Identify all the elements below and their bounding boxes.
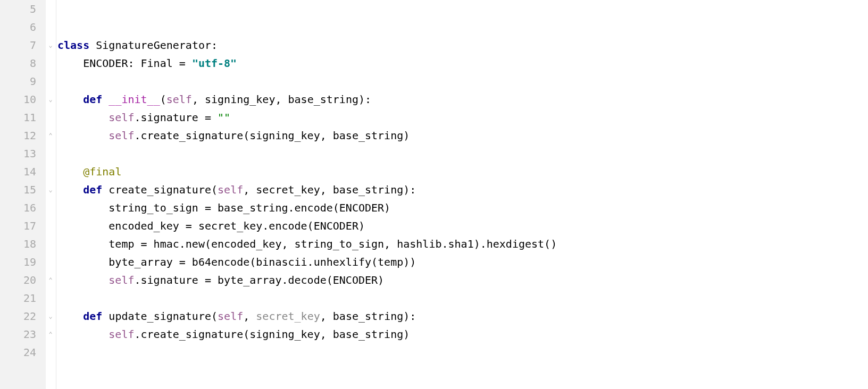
token-plain bbox=[57, 111, 108, 124]
line-number: 18 bbox=[0, 235, 36, 253]
token-plain bbox=[57, 328, 108, 341]
token-plain: temp = hmac.new(encoded_key, string_to_s… bbox=[57, 238, 557, 250]
code-line[interactable]: self.create_signature(signing_key, base_… bbox=[57, 325, 868, 343]
code-line[interactable]: self.create_signature(signing_key, base_… bbox=[57, 126, 868, 145]
token-plain: ( bbox=[160, 93, 166, 106]
fold-open-icon[interactable]: ⌄ bbox=[47, 312, 54, 320]
code-line[interactable]: ENCODER: Final = "utf-8" bbox=[57, 54, 868, 72]
token-string: "utf-8" bbox=[192, 57, 237, 70]
line-number: 17 bbox=[0, 217, 36, 235]
line-number: 21 bbox=[0, 289, 36, 307]
token-plain bbox=[57, 310, 83, 323]
token-plain: , secret_key, base_string): bbox=[243, 183, 416, 196]
token-kw: def bbox=[83, 310, 102, 323]
token-plain: byte_array = b64encode(binascii.unhexlif… bbox=[57, 256, 416, 268]
code-line[interactable]: def update_signature(self, secret_key, b… bbox=[57, 307, 868, 325]
token-kw: def bbox=[83, 93, 102, 106]
token-plain: , bbox=[243, 310, 256, 323]
line-number: 22 bbox=[0, 307, 36, 325]
line-number: 7 bbox=[0, 36, 36, 54]
token-plain: string_to_sign = base_string.encode(ENCO… bbox=[57, 201, 390, 214]
token-plain bbox=[57, 183, 83, 196]
code-line[interactable] bbox=[57, 145, 868, 163]
token-plain bbox=[102, 93, 108, 106]
code-line[interactable]: class SignatureGenerator: bbox=[57, 36, 868, 54]
fold-open-icon[interactable]: ⌄ bbox=[47, 96, 54, 103]
token-plain: update_signature( bbox=[102, 310, 218, 323]
fold-close-icon[interactable]: ⌃ bbox=[47, 276, 54, 284]
line-number-gutter: 56789101112131415161718192021222324 bbox=[0, 0, 46, 389]
token-plain bbox=[57, 274, 108, 286]
fold-open-icon[interactable]: ⌄ bbox=[47, 186, 54, 193]
code-line[interactable] bbox=[57, 289, 868, 307]
fold-column: ⌄⌄⌃⌄⌃⌄⌃ bbox=[46, 0, 56, 389]
code-line[interactable] bbox=[57, 0, 868, 18]
code-line[interactable]: encoded_key = secret_key.encode(ENCODER) bbox=[57, 217, 868, 235]
token-plain: encoded_key = secret_key.encode(ENCODER) bbox=[57, 219, 365, 232]
token-plain: , signing_key, base_string): bbox=[192, 93, 371, 106]
line-number: 8 bbox=[0, 54, 36, 72]
token-plain: .create_signature(signing_key, base_stri… bbox=[135, 129, 410, 142]
line-number: 13 bbox=[0, 145, 36, 163]
fold-close-icon[interactable]: ⌃ bbox=[47, 331, 54, 338]
token-plain: .signature = bbox=[135, 111, 218, 124]
token-self: self bbox=[218, 183, 243, 196]
token-self: self bbox=[108, 111, 134, 124]
line-number: 15 bbox=[0, 181, 36, 199]
code-line[interactable] bbox=[57, 18, 868, 36]
line-number: 10 bbox=[0, 90, 36, 108]
line-number: 6 bbox=[0, 18, 36, 36]
line-number: 23 bbox=[0, 325, 36, 343]
token-fn-dunder: __init__ bbox=[108, 93, 160, 106]
token-plain: SignatureGenerator: bbox=[89, 39, 218, 52]
line-number: 12 bbox=[0, 126, 36, 145]
code-line[interactable]: @final bbox=[57, 163, 868, 181]
token-plain bbox=[57, 93, 83, 106]
token-string-plain: "" bbox=[218, 111, 230, 124]
token-self: self bbox=[166, 93, 192, 106]
line-number: 11 bbox=[0, 108, 36, 126]
token-self: self bbox=[108, 274, 134, 286]
token-self: self bbox=[108, 129, 134, 142]
line-number: 16 bbox=[0, 199, 36, 217]
token-plain: ENCODER: Final = bbox=[57, 57, 192, 70]
token-kw: def bbox=[83, 183, 102, 196]
code-line[interactable] bbox=[57, 343, 868, 361]
fold-open-icon[interactable]: ⌄ bbox=[47, 41, 54, 49]
line-number: 24 bbox=[0, 343, 36, 361]
token-kw: class bbox=[57, 39, 89, 52]
code-line[interactable]: string_to_sign = base_string.encode(ENCO… bbox=[57, 199, 868, 217]
token-self: self bbox=[218, 310, 243, 323]
token-plain: create_signature( bbox=[102, 183, 218, 196]
token-plain bbox=[57, 129, 108, 142]
line-number: 14 bbox=[0, 163, 36, 181]
token-self: self bbox=[108, 328, 134, 341]
token-plain: .create_signature(signing_key, base_stri… bbox=[135, 328, 410, 341]
token-param-dim: secret_key bbox=[256, 310, 320, 323]
token-plain bbox=[57, 165, 83, 178]
code-line[interactable]: self.signature = "" bbox=[57, 108, 868, 126]
code-line[interactable]: def create_signature(self, secret_key, b… bbox=[57, 181, 868, 199]
code-line[interactable]: byte_array = b64encode(binascii.unhexlif… bbox=[57, 253, 868, 271]
fold-close-icon[interactable]: ⌃ bbox=[47, 132, 54, 139]
code-line[interactable]: temp = hmac.new(encoded_key, string_to_s… bbox=[57, 235, 868, 253]
code-line[interactable] bbox=[57, 72, 868, 90]
token-plain: , base_string): bbox=[320, 310, 416, 323]
token-plain: .signature = byte_array.decode(ENCODER) bbox=[135, 274, 385, 286]
line-number: 19 bbox=[0, 253, 36, 271]
line-number: 9 bbox=[0, 72, 36, 90]
code-line[interactable]: self.signature = byte_array.decode(ENCOD… bbox=[57, 271, 868, 289]
token-decorator: @final bbox=[83, 165, 121, 178]
code-line[interactable]: def __init__(self, signing_key, base_str… bbox=[57, 90, 868, 108]
line-number: 20 bbox=[0, 271, 36, 289]
code-editor-area[interactable]: class SignatureGenerator: ENCODER: Final… bbox=[56, 0, 868, 389]
line-number: 5 bbox=[0, 0, 36, 18]
